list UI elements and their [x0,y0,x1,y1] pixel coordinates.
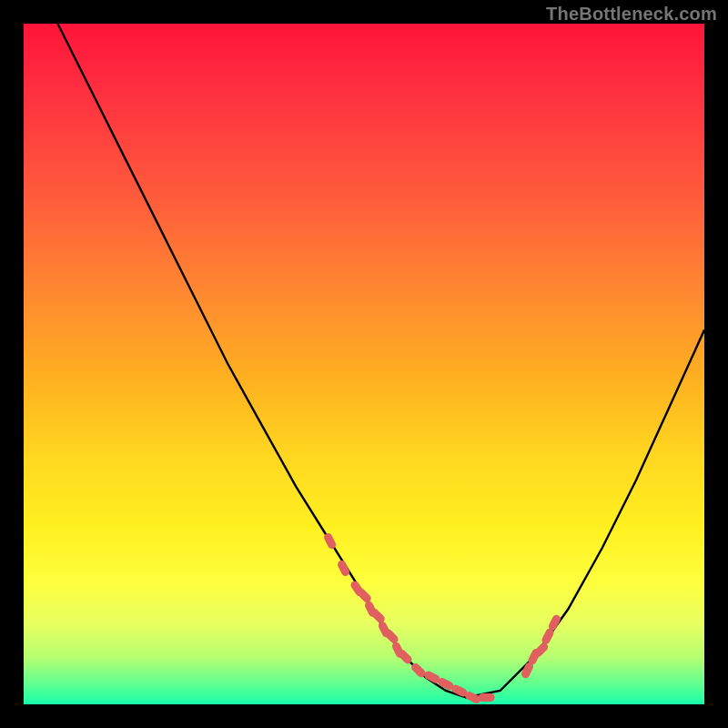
watermark-text: TheBottleneck.com [546,4,717,25]
plot-area [24,24,704,704]
curve-marker [337,559,351,577]
curve-svg [24,24,704,704]
chart-frame: TheBottleneck.com [0,0,728,728]
marker-cluster-right [520,613,561,680]
marker-cluster-left [323,531,495,704]
curve-marker [479,693,495,702]
